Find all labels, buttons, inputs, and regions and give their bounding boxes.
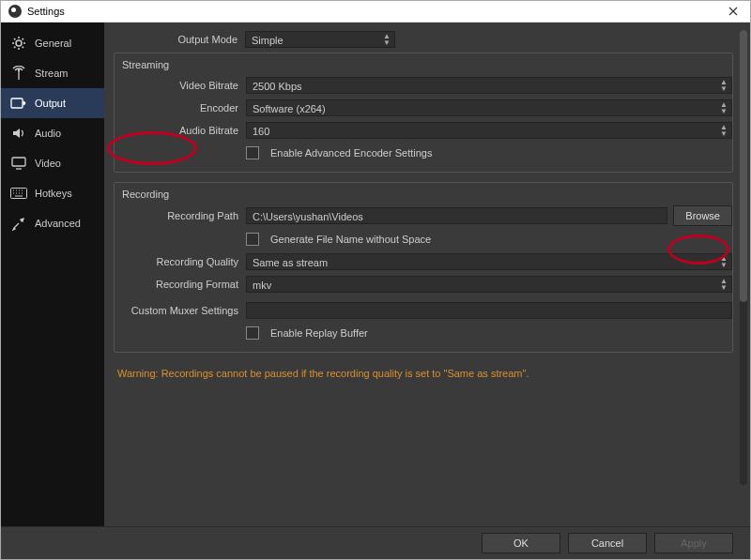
- recording-format-label: Recording Format: [115, 279, 246, 290]
- apply-label: Apply: [681, 537, 707, 549]
- chevron-updown-icon: ▲▼: [718, 254, 729, 269]
- streaming-group: Streaming Video Bitrate 2500 Kbps▲▼ Enco…: [114, 53, 733, 173]
- recording-quality-select[interactable]: Same as stream▲▼: [246, 253, 732, 270]
- spinner-icon: ▲▼: [718, 78, 729, 93]
- ok-button[interactable]: OK: [482, 533, 560, 553]
- sidebar-item-advanced[interactable]: Advanced: [1, 208, 104, 238]
- recording-group: Recording Recording Path C:\Users\yushan…: [114, 182, 733, 353]
- ok-label: OK: [513, 537, 529, 549]
- window-body: General Stream Output Audio Video Hotkey…: [1, 23, 750, 526]
- main-panel: Output Mode Simple ▲▼ Streaming Video Bi…: [104, 23, 750, 526]
- svg-point-1: [18, 69, 20, 71]
- chevron-updown-icon: ▲▼: [718, 123, 729, 138]
- svg-rect-2: [11, 98, 23, 108]
- sidebar-item-stream[interactable]: Stream: [1, 58, 104, 88]
- titlebar: Settings: [1, 1, 750, 23]
- monitor-icon: [10, 155, 27, 172]
- sidebar-item-label: Advanced: [35, 218, 81, 229]
- sidebar-item-label: Stream: [35, 68, 68, 79]
- sidebar-item-label: General: [35, 38, 71, 49]
- chevron-updown-icon: ▲▼: [381, 32, 392, 47]
- video-bitrate-value: 2500 Kbps: [253, 81, 302, 92]
- gen-filename-label: Generate File Name without Space: [270, 234, 431, 245]
- audio-bitrate-label: Audio Bitrate: [115, 125, 246, 136]
- scrollbar[interactable]: [740, 30, 747, 485]
- recording-path-value: C:\Users\yushan\Videos: [253, 211, 363, 222]
- encoder-label: Encoder: [115, 102, 246, 114]
- sidebar-item-video[interactable]: Video: [1, 148, 104, 178]
- chevron-updown-icon: ▲▼: [718, 277, 729, 292]
- enable-replay-label: Enable Replay Buffer: [270, 327, 368, 339]
- recording-title: Recording: [115, 187, 732, 205]
- svg-rect-3: [12, 158, 25, 166]
- window-title: Settings: [8, 5, 65, 18]
- muxer-field[interactable]: [246, 302, 732, 319]
- apply-button[interactable]: Apply: [654, 533, 733, 553]
- keyboard-icon: [10, 185, 27, 202]
- gear-icon: [10, 35, 27, 52]
- scrollbar-thumb[interactable]: [740, 30, 747, 302]
- recording-format-value: mkv: [253, 280, 271, 291]
- enable-replay-checkbox[interactable]: [246, 326, 259, 340]
- cancel-label: Cancel: [591, 537, 623, 549]
- gen-filename-checkbox[interactable]: [246, 233, 259, 246]
- close-icon[interactable]: [724, 2, 743, 21]
- chevron-updown-icon: ▲▼: [718, 100, 729, 115]
- recording-quality-value: Same as stream: [253, 257, 328, 268]
- sidebar-item-label: Audio: [35, 128, 61, 139]
- sidebar-item-audio[interactable]: Audio: [1, 118, 104, 148]
- recording-quality-label: Recording Quality: [115, 256, 246, 267]
- window-title-text: Settings: [27, 6, 65, 17]
- output-mode-select[interactable]: Simple ▲▼: [245, 31, 395, 48]
- sidebar-item-hotkeys[interactable]: Hotkeys: [1, 178, 104, 208]
- sidebar-item-label: Hotkeys: [35, 188, 72, 199]
- antenna-icon: [10, 65, 27, 82]
- output-mode-label: Output Mode: [114, 34, 245, 45]
- tools-icon: [10, 215, 27, 232]
- recording-format-select[interactable]: mkv▲▼: [246, 276, 732, 293]
- enable-advanced-label: Enable Advanced Encoder Settings: [270, 147, 432, 159]
- muxer-label: Custom Muxer Settings: [115, 305, 246, 316]
- sidebar-item-general[interactable]: General: [1, 28, 104, 58]
- sidebar-item-label: Video: [35, 158, 61, 169]
- audio-bitrate-value: 160: [253, 126, 269, 137]
- browse-button[interactable]: Browse: [673, 205, 732, 226]
- encoder-value: Software (x264): [253, 103, 326, 114]
- warning-text: Warning: Recordings cannot be paused if …: [114, 362, 733, 385]
- enable-advanced-checkbox[interactable]: [246, 146, 259, 159]
- svg-point-0: [16, 40, 22, 46]
- speaker-icon: [10, 125, 27, 142]
- cancel-button[interactable]: Cancel: [568, 533, 647, 553]
- sidebar: General Stream Output Audio Video Hotkey…: [1, 23, 104, 526]
- recording-path-label: Recording Path: [115, 210, 246, 221]
- output-mode-row: Output Mode Simple ▲▼: [114, 30, 733, 49]
- audio-bitrate-select[interactable]: 160▲▼: [246, 122, 732, 139]
- settings-window: Settings General Stream Output Audio: [0, 0, 751, 560]
- video-bitrate-field[interactable]: 2500 Kbps▲▼: [246, 77, 732, 94]
- app-icon: [8, 5, 22, 18]
- encoder-select[interactable]: Software (x264)▲▼: [246, 99, 732, 116]
- video-bitrate-label: Video Bitrate: [115, 80, 246, 91]
- footer: OK Cancel Apply: [1, 526, 750, 559]
- output-mode-value: Simple: [252, 35, 284, 46]
- streaming-title: Streaming: [115, 57, 732, 76]
- output-icon: [10, 95, 27, 112]
- sidebar-item-output[interactable]: Output: [1, 88, 104, 118]
- browse-label: Browse: [685, 210, 720, 221]
- recording-path-field[interactable]: C:\Users\yushan\Videos: [246, 207, 667, 224]
- sidebar-item-label: Output: [35, 98, 66, 109]
